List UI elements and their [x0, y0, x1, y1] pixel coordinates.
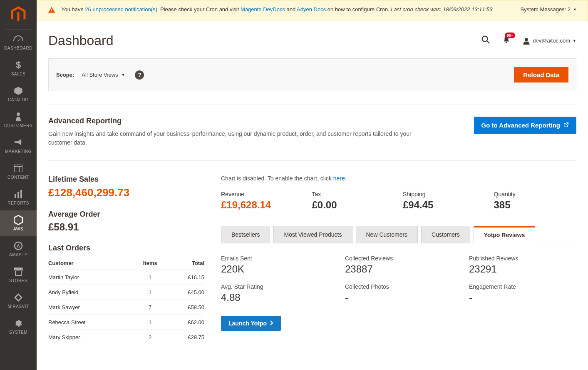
- banner-text: You have 26 unprocessed notification(s).…: [61, 5, 514, 14]
- chevron-down-icon: ▼: [573, 39, 576, 43]
- svg-rect-9: [51, 9, 52, 11]
- launch-yotpo-button[interactable]: Launch Yotpo: [221, 316, 281, 331]
- order-total: £62.00: [166, 315, 204, 330]
- lifetime-sales-value: £128,460,299.73: [48, 186, 204, 199]
- metric-label: Emails Sent: [221, 255, 328, 262]
- nav-label: MIRASVIT: [7, 304, 29, 309]
- magento-logo[interactable]: [0, 0, 37, 29]
- nav-label: AWS: [13, 227, 23, 231]
- svg-point-13: [525, 38, 528, 41]
- tab-customers[interactable]: Customers: [421, 226, 470, 243]
- chevron-down-icon: ▼: [573, 8, 577, 12]
- last-orders-section: Last Orders Customer Items Total Martin …: [48, 244, 204, 345]
- order-items: 1: [134, 315, 166, 330]
- yotpo-metrics: Emails Sent220KCollected Reviews23887Pub…: [221, 255, 576, 303]
- svg-line-12: [487, 41, 490, 43]
- lifetime-sales-label: Lifetime Sales: [48, 175, 204, 184]
- scope-select[interactable]: All Store Views▼: [82, 72, 125, 78]
- nav-mirasvit[interactable]: MIRASVIT: [5, 288, 32, 314]
- adyendocs-link[interactable]: Adyen Docs: [297, 6, 326, 12]
- table-row[interactable]: Mary Skipper2£29.75: [48, 330, 204, 345]
- metric-value: 220K: [221, 263, 328, 275]
- nav-sales[interactable]: $SALES: [5, 55, 32, 81]
- nav-system[interactable]: SYSTEM: [5, 314, 32, 340]
- nav-label: AMASTY: [9, 252, 27, 257]
- box-icon: [14, 86, 23, 95]
- tab-yotpo-reviews[interactable]: Yotpo Reviews: [474, 226, 536, 243]
- scope-bar: Scope: All Store Views▼ ? Reload Data: [48, 58, 576, 91]
- col-total: Total: [166, 257, 204, 270]
- summary-value: £0.00: [312, 199, 395, 211]
- scope-label: Scope:: [56, 72, 74, 78]
- summary-label: Shipping: [403, 191, 486, 198]
- reload-data-button[interactable]: Reload Data: [514, 67, 568, 82]
- notifications-link[interactable]: 26 unprocessed notification(s): [85, 6, 157, 12]
- svg-point-8: [15, 242, 22, 250]
- order-items: 1: [134, 270, 166, 285]
- devdocs-link[interactable]: Magento DevDocs: [241, 6, 285, 12]
- svg-text:$: $: [16, 60, 21, 70]
- order-customer: Martin Taylor: [48, 270, 134, 285]
- summary-label: Quantity: [494, 191, 577, 198]
- metric-value: -: [345, 292, 452, 303]
- tab-bar: BestsellersMost Viewed ProductsNew Custo…: [221, 226, 576, 243]
- dollar-icon: $: [15, 60, 21, 70]
- nav-label: SALES: [11, 72, 26, 76]
- enable-chart-link[interactable]: here: [333, 175, 345, 182]
- hex-icon: [14, 215, 23, 225]
- order-customer: Mark Sawyer: [48, 300, 134, 315]
- summary-shipping: Shipping£94.45: [403, 191, 486, 211]
- nav-label: CUSTOMERS: [4, 123, 32, 128]
- nav-amasty[interactable]: AMASTY: [5, 236, 32, 262]
- nav-reports[interactable]: REPORTS: [5, 185, 32, 210]
- summary-quantity: Quantity385: [494, 191, 577, 211]
- advanced-reporting-button[interactable]: Go to Advanced Reporting: [474, 117, 576, 134]
- tab-bestsellers[interactable]: Bestsellers: [221, 226, 270, 243]
- notifications-button[interactable]: 99+: [503, 35, 510, 46]
- page-title: Dashboard: [48, 33, 481, 48]
- help-icon[interactable]: ?: [135, 70, 144, 80]
- svg-point-1: [17, 112, 20, 116]
- table-row[interactable]: Martin Taylor1£16.15: [48, 270, 204, 285]
- order-total: £16.15: [166, 270, 204, 285]
- metric-collected-photos: Collected Photos-: [345, 283, 452, 303]
- advanced-reporting-section: Advanced Reporting Gain new insights and…: [48, 114, 576, 147]
- chevron-right-icon: [270, 320, 273, 327]
- tab-new-customers[interactable]: New Customers: [356, 226, 418, 243]
- account-menu[interactable]: dev@aitoc.com ▼: [523, 37, 576, 45]
- order-customer: Mary Skipper: [48, 330, 134, 345]
- magento-icon: [11, 6, 26, 23]
- system-messages-toggle[interactable]: System Messages: 2▼: [520, 6, 577, 12]
- summary-value: £94.45: [403, 199, 486, 211]
- external-link-icon: [563, 122, 569, 129]
- diamond-icon: [14, 293, 23, 302]
- svg-rect-6: [17, 192, 19, 198]
- search-icon[interactable]: [481, 35, 490, 47]
- nav-catalog[interactable]: CATALOG: [5, 81, 32, 107]
- layout-icon: [14, 164, 22, 173]
- summary-label: Tax: [312, 191, 395, 198]
- table-row[interactable]: Rebecca Street1£62.00: [48, 315, 204, 330]
- nav-label: DASHBOARD: [4, 46, 32, 50]
- bars-icon: [14, 190, 22, 199]
- col-customer: Customer: [48, 257, 134, 270]
- nav-customers[interactable]: CUSTOMERS: [5, 107, 32, 133]
- tab-most-viewed-products[interactable]: Most Viewed Products: [273, 226, 352, 243]
- advanced-reporting-desc: Gain new insights and take command of yo…: [48, 130, 423, 147]
- metric-collected-reviews: Collected Reviews23887: [345, 255, 452, 275]
- summary-value: £19,628.14: [221, 199, 304, 211]
- table-row[interactable]: Mark Sawyer7£58.50: [48, 300, 204, 315]
- svg-rect-2: [14, 165, 22, 172]
- nav-dashboard[interactable]: DASHBOARD: [5, 30, 32, 55]
- svg-rect-5: [15, 194, 16, 198]
- nav-aws[interactable]: AWS: [0, 210, 37, 236]
- metric-engagement-rate: Engagement Rate-: [469, 283, 576, 303]
- metric-value: 23887: [345, 263, 452, 275]
- nav-stores[interactable]: STORES: [5, 262, 32, 288]
- nav-content[interactable]: CONTENT: [5, 159, 32, 185]
- table-row[interactable]: Andy Byfield1£45.00: [48, 285, 204, 300]
- warning-icon: [48, 6, 55, 16]
- metric-value: 23291: [469, 263, 576, 275]
- nav-marketing[interactable]: MARKETING: [5, 133, 32, 159]
- nav-label: CATALOG: [8, 98, 29, 102]
